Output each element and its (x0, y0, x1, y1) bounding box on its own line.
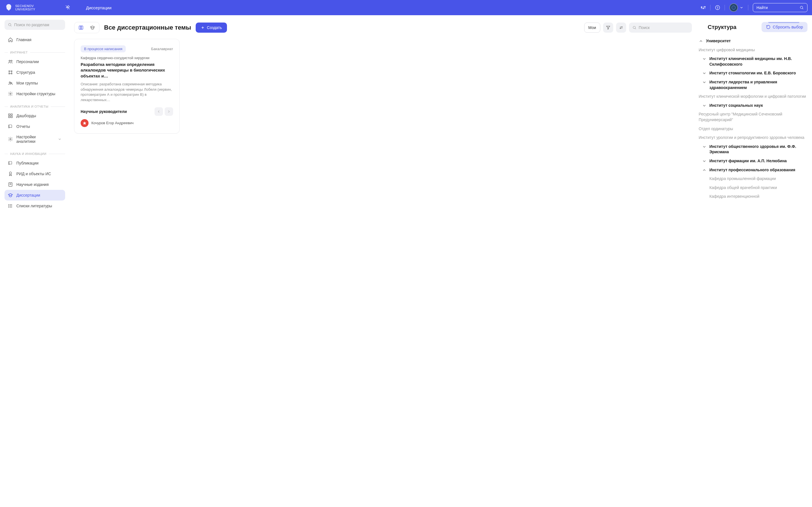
sidebar-item-публикации[interactable]: Публикации (4, 158, 65, 168)
logo[interactable]: SECHENOV UNIVERSITY (4, 3, 35, 12)
svg-point-5 (703, 8, 704, 9)
sidebar-item-структура[interactable]: Структура (4, 67, 65, 78)
tree-item[interactable]: Отдел ординатуры (696, 124, 808, 133)
tree-item[interactable]: Кафедра интервенционной (696, 192, 808, 201)
tree-item[interactable]: Институт цифровой медицины (696, 46, 808, 55)
search-icon (800, 5, 804, 10)
create-label: Создать (207, 25, 222, 30)
content-search[interactable] (629, 22, 692, 33)
groups-icon (8, 80, 13, 86)
structure-title: Структура (708, 24, 737, 31)
tree-item[interactable]: Ресурсный центр "Медицинский Сеченовский… (696, 110, 808, 124)
section-label: АНАЛИТИКА И ОТЧЕТЫ (10, 105, 49, 108)
sidebar-item-label: Главная (16, 38, 31, 42)
tree-item[interactable]: Кафедра промышленной фармации (696, 174, 808, 183)
svg-rect-29 (11, 116, 12, 118)
sidebar-search[interactable] (4, 20, 65, 30)
tree-item[interactable]: Институт клинической медицины им. Н.В. С… (696, 54, 808, 69)
header-title: Диссертации (86, 5, 111, 10)
svg-point-44 (633, 26, 635, 29)
global-search-input[interactable] (756, 5, 800, 10)
filter-button[interactable] (603, 22, 613, 33)
sidebar-item-рид-и-объекты-ис[interactable]: РИД и объекты ИС (4, 168, 65, 179)
chevron-up-icon (702, 168, 707, 172)
award-icon (8, 171, 13, 176)
svg-point-16 (11, 71, 12, 71)
tree-item[interactable]: Институт профессионального образования (696, 166, 808, 175)
svg-point-9 (801, 6, 803, 9)
app-header: SECHENOV UNIVERSITY Диссертации (0, 0, 812, 15)
tree-item[interactable]: Институт стоматологии им. Е.В. Боровског… (696, 69, 808, 78)
sidebar-item-научные-издания[interactable]: Научные издания (4, 179, 65, 190)
tree-item[interactable]: Институт клинической морфологии и цифров… (696, 92, 808, 101)
supervisor-item[interactable]: Кочуров Егор Андреевич (81, 119, 173, 127)
svg-point-31 (9, 172, 11, 174)
tree-label: Отдел ординатуры (699, 126, 733, 132)
page-title: Все диссертационные темы (104, 24, 191, 31)
sidebar-item-отчеты[interactable]: Отчеты (4, 121, 65, 132)
sort-icon (619, 25, 623, 30)
chevron-down-icon (702, 145, 707, 149)
sidebar-item-настройки-структуры[interactable]: Настройки структуры (4, 89, 65, 99)
sliders-icon (701, 5, 706, 10)
reset-icon (766, 25, 770, 29)
help-icon (715, 5, 720, 10)
svg-point-40 (8, 207, 9, 208)
graduation-icon (90, 25, 95, 30)
tree-item[interactable]: Кафедра общей врачебной практики (696, 183, 808, 192)
search-icon (632, 25, 637, 30)
svg-point-6 (705, 6, 705, 7)
sidebar-item-диссертации[interactable]: Диссертации (4, 190, 65, 201)
tree-item[interactable]: Институт фармации им. А.П. Нелюбина (696, 157, 808, 166)
reset-selection-button[interactable]: Сбросить выбор (762, 22, 808, 32)
chevron-down-icon (702, 159, 707, 163)
sort-button[interactable] (616, 22, 626, 33)
tree-item[interactable]: Институт лидерства и управления здравоох… (696, 78, 808, 92)
svg-line-10 (802, 8, 803, 9)
tree-label: Кафедра интервенционной (709, 194, 759, 200)
svg-point-11 (8, 23, 11, 25)
status-badge: В процессе написания (81, 45, 126, 52)
tree-item[interactable]: Институт социальных наук (696, 101, 808, 110)
view-list-button[interactable] (87, 23, 98, 32)
next-supervisor-button[interactable] (165, 107, 173, 116)
sidebar-item-дашборды[interactable]: Дашборды (4, 110, 65, 121)
chevron-down-icon (740, 6, 744, 10)
supervisor-avatar (81, 119, 89, 127)
help-button[interactable] (715, 5, 720, 10)
sidebar-item-главная[interactable]: Главная (4, 34, 65, 45)
sidebar: ГлавнаяИНТРАНЕТПерсоналииСтруктураМои гр… (0, 15, 70, 507)
chevron-down-icon (702, 71, 707, 75)
sidebar-item-персоналии[interactable]: Персоналии (4, 56, 65, 67)
sidebar-search-input[interactable] (14, 22, 62, 27)
tree-item[interactable]: Институт урологии и репродуктивного здор… (696, 133, 808, 142)
dissertation-card[interactable]: В процессе написания Бакалавриат Кафедра… (74, 39, 180, 133)
divider (748, 5, 748, 10)
create-button[interactable]: Создать (196, 22, 227, 33)
sidebar-item-настройки-аналитики[interactable]: Настройки аналитики (4, 132, 65, 147)
sidebar-item-мои-группы[interactable]: Мои группы (4, 78, 65, 89)
pin-button[interactable] (65, 5, 70, 11)
chevron-down-icon (702, 57, 707, 61)
svg-point-25 (10, 93, 11, 95)
gear-icon (8, 91, 13, 96)
reset-label: Сбросить выбор (773, 25, 803, 29)
tree-label: Институт клинической морфологии и цифров… (699, 94, 806, 100)
structure-icon (8, 70, 13, 75)
view-cards-button[interactable] (75, 23, 87, 32)
mine-filter-button[interactable]: Мои (584, 22, 600, 33)
tree-item[interactable]: Институт общественного здоровья им. Ф.Ф.… (696, 142, 808, 157)
tree-root[interactable]: Университет (696, 37, 808, 46)
user-menu[interactable] (729, 3, 744, 12)
sidebar-item-label: Мои группы (16, 81, 38, 86)
list-icon (8, 203, 13, 209)
content-search-input[interactable] (639, 25, 689, 30)
sidebar-item-label: Отчеты (16, 124, 30, 129)
prev-supervisor-button[interactable] (154, 107, 163, 116)
book-icon (8, 161, 13, 166)
global-search[interactable] (753, 3, 808, 12)
svg-point-4 (701, 7, 702, 8)
sidebar-item-списки-литературы[interactable]: Списки литературы (4, 201, 65, 211)
chevron-left-icon (157, 110, 161, 114)
settings-button[interactable] (701, 5, 706, 10)
